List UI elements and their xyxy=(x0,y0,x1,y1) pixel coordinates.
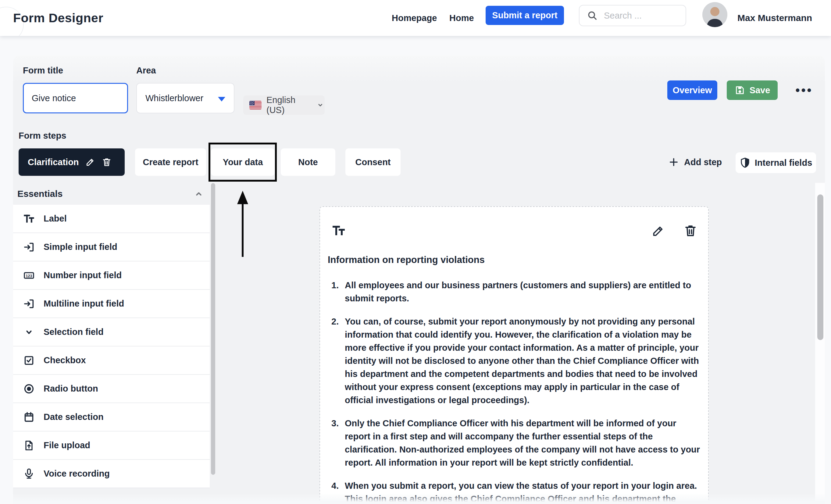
sidebar-section-essentials[interactable]: Essentials xyxy=(13,186,210,201)
delete-trash-icon[interactable] xyxy=(102,157,112,167)
sidebar-item-label-text: File upload xyxy=(44,440,90,450)
language-value: English (US) xyxy=(266,95,312,115)
essentials-label: Essentials xyxy=(18,188,62,199)
form-title-input[interactable] xyxy=(23,83,128,113)
more-options-button[interactable]: ••• xyxy=(787,81,821,100)
arrow-head xyxy=(237,191,248,204)
annotation-arrow xyxy=(232,191,254,258)
save-floppy-icon xyxy=(734,85,745,96)
step-note[interactable]: Note xyxy=(281,148,335,176)
sidebar-item-selection-field[interactable]: Selection field xyxy=(13,318,210,347)
calendar-icon xyxy=(23,411,35,423)
search-box[interactable] xyxy=(579,5,686,26)
search-input[interactable] xyxy=(603,10,675,21)
language-selector[interactable]: English (US) xyxy=(243,95,325,115)
list-item: Only the Chief Compliance Officer with h… xyxy=(332,417,704,469)
sidebar-item-label-text: Simple input field xyxy=(44,242,117,252)
plus-icon xyxy=(668,157,679,168)
us-flag-icon xyxy=(249,101,262,109)
input-icon xyxy=(23,241,35,253)
step-your-data[interactable]: Your data xyxy=(211,148,275,176)
sidebar-item-simple-input[interactable]: Simple input field xyxy=(13,233,210,262)
designer-panel: Form title Area Whistlerblower xyxy=(13,56,825,504)
search-icon xyxy=(587,10,598,21)
sidebar-item-number-input[interactable]: 123 Number input field xyxy=(13,262,210,290)
submit-report-button[interactable]: Submit a report xyxy=(486,6,564,25)
area-select[interactable]: Whistlerblower xyxy=(136,83,234,113)
sidebar-item-file-upload[interactable]: File upload xyxy=(13,432,210,460)
edit-pencil-icon[interactable] xyxy=(651,224,665,238)
form-block-card[interactable]: Information on reporting violations All … xyxy=(319,206,709,504)
step-clarification-label: Clarification xyxy=(28,157,79,167)
sidebar-item-label-text: Radio button xyxy=(44,384,98,394)
overview-button[interactable]: Overview xyxy=(667,81,717,100)
sidebar-item-multiline-input[interactable]: Multiline input field xyxy=(13,290,210,318)
avatar[interactable] xyxy=(703,2,727,27)
form-designer-app: Form Designer Homepage Home Submit a rep… xyxy=(0,0,831,504)
sidebar-field-list: Label Simple input field 123 Number inpu… xyxy=(13,205,210,488)
form-steps-label: Form steps xyxy=(19,131,66,141)
delete-trash-icon[interactable] xyxy=(683,224,698,238)
save-button-label: Save xyxy=(750,85,770,95)
area-select-value: Whistlerblower xyxy=(145,93,203,103)
svg-text:123: 123 xyxy=(26,274,32,278)
area-label: Area xyxy=(136,65,156,76)
text-fields-icon xyxy=(23,213,35,225)
info-list: All employees and our business partners … xyxy=(332,279,704,504)
dropdown-triangle-icon xyxy=(218,97,225,101)
radio-icon xyxy=(23,383,35,395)
edit-pencil-icon[interactable] xyxy=(85,157,95,167)
block-heading: Information on reporting violations xyxy=(328,255,485,265)
avatar-image xyxy=(703,2,727,27)
main-scrollbar-thumb[interactable] xyxy=(817,195,823,340)
sidebar-item-checkbox[interactable]: Checkbox xyxy=(13,347,210,375)
sidebar-item-label-text: Multiline input field xyxy=(44,299,124,309)
top-header: Form Designer Homepage Home Submit a rep… xyxy=(0,0,831,36)
step-clarification[interactable]: Clarification xyxy=(19,148,125,176)
shield-icon xyxy=(740,157,750,168)
app-title: Form Designer xyxy=(13,0,103,36)
nav-link-home[interactable]: Home xyxy=(449,0,474,36)
sidebar-item-radio-button[interactable]: Radio button xyxy=(13,375,210,403)
sidebar-item-label-text: Checkbox xyxy=(44,355,86,365)
sidebar-item-label-text: Number input field xyxy=(44,270,122,280)
chevron-down-icon xyxy=(23,326,35,338)
file-upload-icon xyxy=(23,439,35,452)
add-step-label: Add step xyxy=(684,157,722,167)
number-123-icon: 123 xyxy=(23,269,35,281)
internal-fields-button[interactable]: Internal fields xyxy=(736,152,816,173)
text-fields-icon xyxy=(332,224,346,238)
sidebar-scrollbar-thumb[interactable] xyxy=(211,183,215,475)
save-button[interactable]: Save xyxy=(727,81,778,100)
user-name[interactable]: Max Mustermann xyxy=(738,0,812,36)
arrow-shaft xyxy=(242,203,243,257)
internal-fields-label: Internal fields xyxy=(755,158,812,168)
sidebar-item-label-text: Date selection xyxy=(44,412,104,422)
list-item: When you submit a report, you can view t… xyxy=(332,479,704,504)
sidebar-item-voice-recording[interactable]: Voice recording xyxy=(13,460,210,488)
sidebar-item-label[interactable]: Label xyxy=(13,205,210,233)
step-consent[interactable]: Consent xyxy=(345,148,401,176)
sidebar-item-label-text: Label xyxy=(44,214,67,224)
form-title-label: Form title xyxy=(23,65,63,76)
list-item: You can, of course, submit your report a… xyxy=(332,315,704,407)
sidebar-item-label-text: Voice recording xyxy=(44,469,110,479)
chevron-up-icon[interactable] xyxy=(193,188,204,199)
nav-link-homepage[interactable]: Homepage xyxy=(392,0,437,36)
sidebar-item-date-selection[interactable]: Date selection xyxy=(13,403,210,432)
microphone-icon xyxy=(23,468,35,480)
sidebar-item-label-text: Selection field xyxy=(44,327,104,337)
add-step-button[interactable]: Add step xyxy=(666,148,724,176)
checkbox-icon xyxy=(23,354,35,366)
list-item: All employees and our business partners … xyxy=(332,279,704,305)
step-create-report[interactable]: Create report xyxy=(135,148,206,176)
input-icon xyxy=(23,298,35,310)
chevron-down-icon xyxy=(316,100,325,110)
